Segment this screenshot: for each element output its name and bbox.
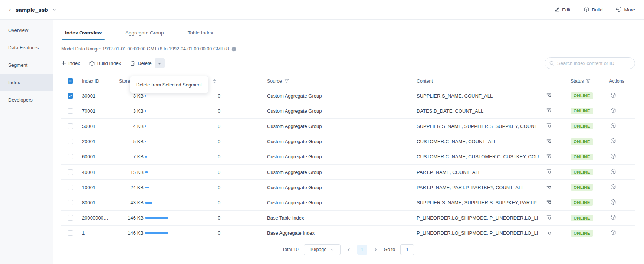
- row-build-cube-icon[interactable]: [610, 92, 616, 98]
- page-size-select[interactable]: 10/page: [304, 244, 341, 255]
- search-box: [545, 57, 635, 69]
- view-index-detail-icon[interactable]: [546, 92, 552, 99]
- sidebar-item-index[interactable]: Index: [0, 74, 53, 91]
- prev-page-button[interactable]: [346, 247, 352, 252]
- view-index-detail-icon[interactable]: [546, 169, 552, 175]
- delete-dropdown-toggle[interactable]: [155, 58, 165, 68]
- cell-index-id: 60001: [80, 154, 117, 159]
- row-build-cube-icon[interactable]: [610, 138, 616, 144]
- view-index-detail-icon[interactable]: [546, 230, 552, 237]
- view-index-detail-icon[interactable]: [546, 138, 552, 145]
- cell-usage: 0: [208, 108, 252, 114]
- chevron-down-icon: [157, 61, 162, 66]
- content-text: CUSTOMER.C_NAME, CUSTOMER.C_CUSTKEY, COU: [417, 154, 544, 159]
- row-checkbox[interactable]: [68, 215, 73, 221]
- sidebar-item-developers[interactable]: Developers: [0, 91, 53, 109]
- storage-size: 4 KB: [117, 123, 144, 129]
- page-number-button[interactable]: 1: [357, 245, 367, 255]
- cell-source: Custom Aggregate Group: [252, 200, 412, 205]
- cell-index-id: 10001: [80, 185, 117, 190]
- view-index-detail-icon[interactable]: [546, 215, 552, 221]
- row-checkbox[interactable]: [68, 108, 73, 114]
- pagination-total: Total 10: [282, 247, 299, 252]
- status-filter-icon[interactable]: [586, 79, 591, 83]
- build-index-button[interactable]: Build Index: [89, 60, 121, 66]
- delete-button[interactable]: Delete: [130, 60, 152, 66]
- cell-index-id: 20001: [80, 139, 117, 144]
- row-checkbox[interactable]: [68, 154, 73, 159]
- row-checkbox[interactable]: [68, 169, 73, 175]
- cell-index-id: 30001: [80, 93, 117, 99]
- info-icon[interactable]: [231, 47, 236, 52]
- back-button[interactable]: ‹: [8, 6, 12, 13]
- table-row: 1 146 KB 0 Base Aggregate Index P_LINEOR…: [61, 226, 635, 241]
- add-index-button[interactable]: Index: [61, 60, 80, 66]
- view-index-detail-icon[interactable]: [546, 154, 552, 160]
- tab-table-index[interactable]: Table Index: [185, 30, 216, 40]
- row-build-cube-icon[interactable]: [610, 199, 616, 205]
- row-checkbox[interactable]: [68, 185, 73, 190]
- row-build-cube-icon[interactable]: [610, 169, 616, 175]
- row-build-cube-icon[interactable]: [610, 108, 616, 113]
- cell-source: Base Aggregate Index: [252, 230, 412, 236]
- model-index-page: ‹ sample_ssb Edit Build: [0, 0, 644, 264]
- next-page-button[interactable]: [372, 247, 379, 252]
- row-checkbox[interactable]: [68, 123, 73, 129]
- content-text: P_LINEORDER.LO_SHIPMODE, P_LINEORDER.LO_…: [417, 215, 544, 221]
- view-index-detail-icon[interactable]: [546, 123, 552, 129]
- status-badge: ONLINE: [571, 92, 593, 99]
- goto-page-input[interactable]: [400, 244, 414, 255]
- row-build-cube-icon[interactable]: [610, 153, 616, 159]
- cell-usage: 0: [208, 200, 252, 205]
- cell-actions: [601, 138, 635, 145]
- sidebar-item-segment[interactable]: Segment: [0, 56, 53, 74]
- storage-bar: [145, 141, 146, 142]
- model-data-range: Model Data Range: 1992-01-01 00:00:00 GM…: [61, 46, 635, 52]
- content-text: PART.P_NAME, PART.P_PARTKEY, COUNT_ALL: [417, 185, 544, 190]
- storage-bar: [145, 125, 146, 127]
- row-checkbox[interactable]: [68, 93, 73, 99]
- row-build-cube-icon[interactable]: [610, 214, 616, 220]
- cell-storage: 146 KB: [117, 230, 208, 236]
- row-build-cube-icon[interactable]: [610, 184, 616, 190]
- content-text: PART.P_NAME, COUNT_ALL: [417, 169, 544, 175]
- cell-index-id: 1: [80, 230, 117, 236]
- storage-bar: [145, 156, 147, 158]
- sidebar-item-overview[interactable]: Overview: [0, 22, 53, 39]
- cell-usage: 0: [208, 169, 252, 175]
- row-checkbox[interactable]: [68, 230, 73, 236]
- build-button[interactable]: Build: [584, 6, 602, 13]
- sidebar-item-data-features[interactable]: Data Features: [0, 39, 53, 56]
- main-content: Index Overview Aggregate Group Table Ind…: [53, 20, 644, 264]
- view-index-detail-icon[interactable]: [546, 199, 552, 206]
- tab-aggregate-group[interactable]: Aggregate Group: [122, 30, 167, 40]
- select-all-checkbox[interactable]: [68, 78, 73, 84]
- menu-item-delete-from-selected-segment[interactable]: Delete from Selected Segment: [136, 82, 202, 88]
- view-index-detail-icon[interactable]: [546, 108, 552, 114]
- cell-actions: [601, 199, 635, 206]
- storage-bar: [145, 217, 168, 219]
- cell-content: CUSTOMER.C_NAME, CUSTOMER.C_CUSTKEY, COU: [412, 154, 555, 160]
- add-index-label: Index: [68, 60, 80, 66]
- more-button[interactable]: More: [616, 6, 635, 13]
- source-filter-icon[interactable]: [284, 79, 289, 83]
- cell-content: SUPPLIER.S_NAME, COUNT_ALL: [412, 92, 555, 99]
- row-checkbox[interactable]: [68, 200, 73, 205]
- row-checkbox[interactable]: [68, 139, 73, 144]
- cell-storage: 7 KB: [117, 154, 208, 159]
- tab-index-overview[interactable]: Index Overview: [62, 30, 105, 40]
- search-input[interactable]: [545, 57, 635, 69]
- status-badge: ONLINE: [571, 138, 593, 145]
- view-index-detail-icon[interactable]: [546, 184, 552, 191]
- storage-size: 24 KB: [117, 185, 144, 190]
- sort-toggle[interactable]: [213, 79, 216, 83]
- title-chevron-down-icon[interactable]: [52, 7, 56, 12]
- cell-content: PART.P_NAME, PART.P_PARTKEY, COUNT_ALL: [412, 184, 555, 191]
- row-build-cube-icon[interactable]: [610, 230, 616, 235]
- edit-button[interactable]: Edit: [554, 6, 570, 13]
- model-data-range-text: Model Data Range: 1992-01-01 00:00:00 GM…: [61, 46, 229, 52]
- cell-status: ONLINE: [555, 154, 601, 160]
- table-body: 30001 3 KB 0 Custom Aggregate Group SUPP…: [61, 88, 635, 241]
- cell-source: Custom Aggregate Group: [252, 139, 412, 144]
- row-build-cube-icon[interactable]: [610, 123, 616, 129]
